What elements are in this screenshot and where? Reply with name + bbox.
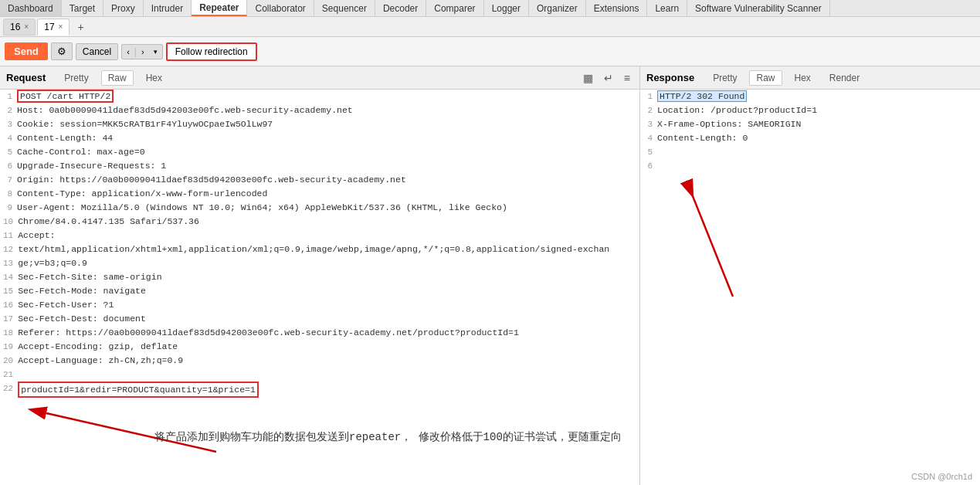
nav-fwd-button[interactable]: › [137, 45, 149, 59]
nav-sequencer[interactable]: Sequencer [314, 0, 375, 16]
request-title: Request [6, 72, 46, 83]
request-panel-icons: ▦ ↵ ≡ [580, 70, 633, 86]
tab-17[interactable]: 17 × [37, 19, 70, 36]
nav-learn[interactable]: Learn [647, 0, 687, 16]
request-line-21: 21 [0, 368, 639, 382]
request-line-4: 4 Content-Length: 44 [0, 131, 639, 145]
request-line-3: 3 Cookie: session=MKK5cRATB1rF4YluywOCpa… [0, 117, 639, 131]
request-tab-hex[interactable]: Hex [140, 71, 168, 85]
follow-redirection-button[interactable]: Follow redirection [166, 42, 257, 61]
nav-extensions[interactable]: Extensions [586, 0, 648, 16]
response-tab-render[interactable]: Render [823, 71, 866, 85]
request-line-22: 22 productId=1&redir=PRODUCT&quantity=1&… [0, 382, 639, 398]
response-code-area: 1 HTTP/2 302 Found 2 Location: /product?… [640, 90, 980, 485]
nav-decoder[interactable]: Decoder [375, 0, 426, 16]
tab-16-label: 16 [10, 22, 20, 32]
request-code-area: 1 POST /cart HTTP/2 2 Host: 0a0b0009041l… [0, 90, 639, 485]
request-line-9: 9 User-Agent: Mozilla/5.0 (Windows NT 10… [0, 201, 639, 215]
request-line-16: 16 Sec-Fetch-User: ?1 [0, 298, 639, 312]
tab-17-close[interactable]: × [59, 22, 63, 31]
tab-17-label: 17 [44, 22, 54, 32]
request-line-19: 19 Accept-Encoding: gzip, deflate [0, 340, 639, 354]
request-icon-menu[interactable]: ≡ [621, 70, 633, 86]
request-line-7: 7 Origin: https://0a0b0009041ldaef83d5d9… [0, 173, 639, 187]
nav-dashboard[interactable]: Dashboard [0, 0, 62, 16]
response-panel: Response Pretty Raw Hex Render 1 HTTP/2 … [640, 66, 980, 485]
request-line-14: 14 Sec-Fetch-Site: same-origin [0, 270, 639, 284]
request-panel: Request Pretty Raw Hex ▦ ↵ ≡ 1 POST /car… [0, 66, 640, 485]
response-line-5: 5 [640, 145, 980, 159]
gear-button[interactable]: ⚙ [51, 42, 73, 60]
request-line-15: 15 Sec-Fetch-Mode: navigate [0, 284, 639, 298]
send-button[interactable]: Send [5, 42, 48, 60]
response-panel-header: Response Pretty Raw Hex Render [640, 66, 980, 90]
response-line-2: 2 Location: /product?productId=1 [640, 103, 980, 117]
request-tab-pretty[interactable]: Pretty [58, 71, 94, 85]
response-line-3: 3 X-Frame-Options: SAMEORIGIN [640, 117, 980, 131]
request-tab-raw[interactable]: Raw [101, 70, 134, 86]
request-line-5: 5 Cache-Control: max-age=0 [0, 145, 639, 159]
request-line-17: 17 Sec-Fetch-Dest: document [0, 312, 639, 326]
svg-line-3 [687, 181, 733, 297]
cancel-button[interactable]: Cancel [76, 43, 118, 60]
nav-organizer[interactable]: Organizer [529, 0, 586, 16]
nav-repeater[interactable]: Repeater [192, 0, 247, 16]
request-line-10: 10 Chrome/84.0.4147.135 Safari/537.36 [0, 215, 639, 229]
request-line-2: 2 Host: 0a0b0009041ldaef83d5d942003e00fc… [0, 103, 639, 117]
nav-scanner[interactable]: Software Vulnerability Scanner [687, 0, 830, 16]
tab-add-button[interactable]: + [71, 19, 90, 35]
nav-comparer[interactable]: Comparer [426, 0, 483, 16]
nav-intruder[interactable]: Intruder [144, 0, 192, 16]
response-tab-raw[interactable]: Raw [749, 70, 782, 86]
request-icon-inspector[interactable]: ▦ [580, 70, 596, 86]
request-line-1: 1 POST /cart HTTP/2 [0, 90, 639, 103]
toolbar: Send ⚙ Cancel ‹ | › ▾ Follow redirection [0, 37, 980, 66]
nav-logger[interactable]: Logger [484, 0, 529, 16]
nav-collaborator[interactable]: Collaborator [247, 0, 314, 16]
request-line-6: 6 Upgrade-Insecure-Requests: 1 [0, 159, 639, 173]
response-line-1: 1 HTTP/2 302 Found [640, 90, 980, 103]
response-tab-hex[interactable]: Hex [788, 71, 817, 85]
annotation-text: 将产品添加到购物车功能的数据包发送到repeater， 修改价格低于100的证书… [154, 429, 622, 447]
request-panel-header: Request Pretty Raw Hex ▦ ↵ ≡ [0, 66, 639, 90]
request-line-8: 8 Content-Type: application/x-www-form-u… [0, 187, 639, 201]
request-line-13: 13 ge;v=b3;q=0.9 [0, 256, 639, 270]
request-icon-wrap[interactable]: ↵ [601, 70, 616, 86]
main-content: Request Pretty Raw Hex ▦ ↵ ≡ 1 POST /car… [0, 66, 980, 485]
request-line-11: 11 Accept: [0, 229, 639, 242]
tab-bar: 16 × 17 × + [0, 17, 980, 37]
request-line-20: 20 Accept-Language: zh-CN,zh;q=0.9 [0, 354, 639, 368]
tab-16[interactable]: 16 × [3, 19, 36, 36]
response-tab-pretty[interactable]: Pretty [707, 71, 743, 85]
response-line-4: 4 Content-Length: 0 [640, 131, 980, 145]
tab-16-close[interactable]: × [24, 22, 29, 31]
response-arrow [640, 173, 833, 312]
nav-target[interactable]: Target [62, 0, 103, 16]
request-line-18: 18 Referer: https://0a0b0009041ldaef83d5… [0, 326, 639, 340]
nav-proxy[interactable]: Proxy [103, 0, 144, 16]
top-nav: Dashboard Target Proxy Intruder Repeater… [0, 0, 980, 17]
nav-dropdown-button[interactable]: ▾ [149, 45, 162, 59]
watermark: CSDN @0rch1d [911, 472, 972, 481]
response-line-6: 6 [640, 159, 980, 173]
request-line-12: 12 text/html,application/xhtml+xml,appli… [0, 242, 639, 256]
response-title: Response [646, 72, 694, 83]
nav-back-button[interactable]: ‹ [122, 45, 134, 59]
